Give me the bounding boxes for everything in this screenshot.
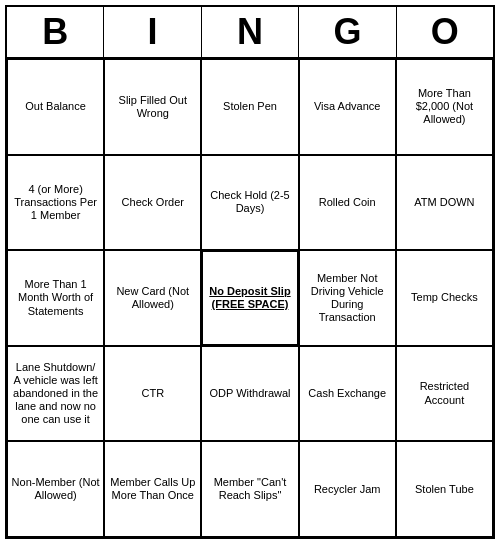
- bingo-header: BINGO: [7, 7, 493, 59]
- bingo-cell-4: More Than $2,000 (Not Allowed): [396, 59, 493, 155]
- bingo-card: BINGO Out BalanceSlip Filled Out WrongSt…: [5, 5, 495, 539]
- bingo-cell-9: ATM DOWN: [396, 155, 493, 251]
- bingo-grid: Out BalanceSlip Filled Out WrongStolen P…: [7, 59, 493, 537]
- bingo-cell-0: Out Balance: [7, 59, 104, 155]
- bingo-cell-13: Member Not Driving Vehicle During Transa…: [299, 250, 396, 346]
- bingo-cell-24: Stolen Tube: [396, 441, 493, 537]
- bingo-cell-5: 4 (or More) Transactions Per 1 Member: [7, 155, 104, 251]
- bingo-cell-15: Lane Shutdown/ A vehicle was left abando…: [7, 346, 104, 442]
- bingo-cell-12: No Deposit Slip (FREE SPACE): [201, 250, 298, 346]
- bingo-cell-17: ODP Withdrawal: [201, 346, 298, 442]
- bingo-cell-3: Visa Advance: [299, 59, 396, 155]
- free-space-text: No Deposit Slip (FREE SPACE): [206, 285, 293, 311]
- bingo-cell-21: Member Calls Up More Than Once: [104, 441, 201, 537]
- bingo-letter-g: G: [299, 7, 396, 57]
- bingo-cell-11: New Card (Not Allowed): [104, 250, 201, 346]
- bingo-cell-19: Restricted Account: [396, 346, 493, 442]
- bingo-letter-b: B: [7, 7, 104, 57]
- bingo-cell-18: Cash Exchange: [299, 346, 396, 442]
- bingo-letter-o: O: [397, 7, 493, 57]
- bingo-letter-i: I: [104, 7, 201, 57]
- bingo-cell-8: Rolled Coin: [299, 155, 396, 251]
- bingo-cell-23: Recycler Jam: [299, 441, 396, 537]
- bingo-cell-14: Temp Checks: [396, 250, 493, 346]
- bingo-cell-6: Check Order: [104, 155, 201, 251]
- bingo-cell-16: CTR: [104, 346, 201, 442]
- bingo-cell-22: Member "Can't Reach Slips": [201, 441, 298, 537]
- bingo-cell-2: Stolen Pen: [201, 59, 298, 155]
- bingo-cell-10: More Than 1 Month Worth of Statements: [7, 250, 104, 346]
- bingo-letter-n: N: [202, 7, 299, 57]
- bingo-cell-20: Non-Member (Not Allowed): [7, 441, 104, 537]
- bingo-cell-1: Slip Filled Out Wrong: [104, 59, 201, 155]
- bingo-cell-7: Check Hold (2-5 Days): [201, 155, 298, 251]
